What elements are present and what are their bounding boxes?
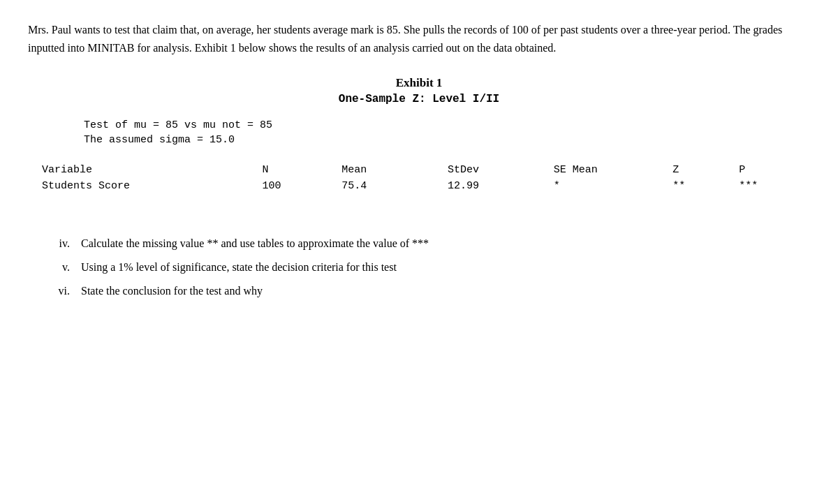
minitab-results-table: Variable N Mean StDev SE Mean Z P Studen… [42, 163, 810, 193]
table-row: Students Score 100 75.4 12.99 * ** *** [42, 179, 810, 193]
cell-variable: Students Score [42, 179, 253, 193]
exhibit-title: Exhibit 1 [28, 76, 810, 90]
col-header-n: N [253, 163, 333, 179]
cell-stdev: 12.99 [439, 179, 545, 193]
list-item: iv. Calculate the missing value ** and u… [42, 235, 810, 252]
question-number-v: v. [42, 259, 70, 276]
col-header-variable: Variable [42, 163, 253, 179]
cell-semean: * [545, 179, 665, 193]
cell-z: ** [664, 179, 730, 193]
question-number-vi: vi. [42, 283, 70, 299]
table-header-row: Variable N Mean StDev SE Mean Z P [42, 163, 810, 179]
questions-section: iv. Calculate the missing value ** and u… [28, 235, 810, 299]
minitab-block: Test of mu = 85 vs mu not = 85 The assum… [28, 119, 810, 146]
col-header-mean: Mean [333, 163, 439, 179]
question-text-v: Using a 1% level of significance, state … [81, 259, 810, 276]
col-header-p: P [730, 163, 810, 179]
question-number-iv: iv. [42, 235, 70, 252]
exhibit-section: Exhibit 1 One-Sample Z: Level I/II [28, 76, 810, 105]
list-item: vi. State the conclusion for the test an… [42, 283, 810, 299]
exhibit-subtitle: One-Sample Z: Level I/II [28, 93, 810, 105]
cell-mean: 75.4 [333, 179, 439, 193]
question-text-iv: Calculate the missing value ** and use t… [81, 235, 810, 252]
intro-paragraph: Mrs. Paul wants to test that claim that,… [28, 21, 810, 57]
col-header-semean: SE Mean [545, 163, 665, 179]
col-header-stdev: StDev [439, 163, 545, 179]
cell-p: *** [730, 179, 810, 193]
sigma-line: The assumed sigma = 15.0 [84, 134, 810, 146]
list-item: v. Using a 1% level of significance, sta… [42, 259, 810, 276]
cell-n: 100 [253, 179, 333, 193]
test-line: Test of mu = 85 vs mu not = 85 [84, 119, 810, 131]
question-text-vi: State the conclusion for the test and wh… [81, 283, 810, 299]
col-header-z: Z [664, 163, 730, 179]
minitab-table-wrapper: Variable N Mean StDev SE Mean Z P Studen… [28, 163, 810, 193]
